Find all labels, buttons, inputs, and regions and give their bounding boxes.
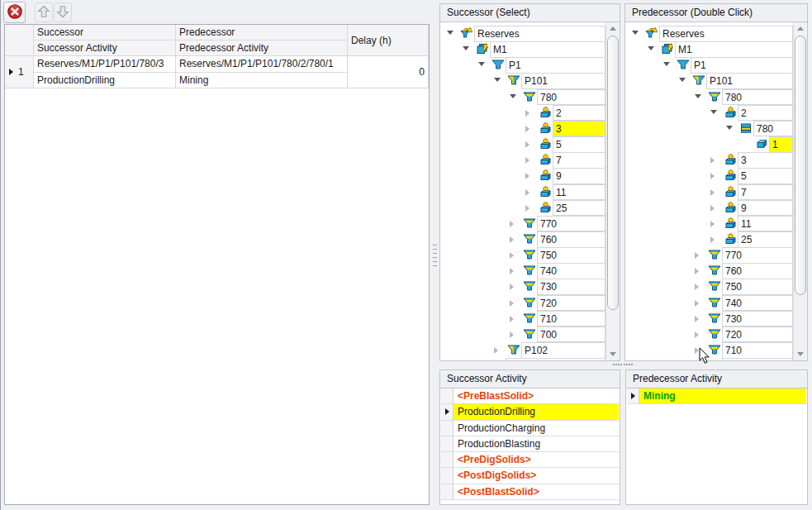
tree-node-25[interactable]: 25 [625, 231, 793, 248]
expander-collapsed-icon[interactable] [695, 284, 699, 290]
activity-label[interactable]: <PreDigSolids> [453, 452, 619, 467]
scrollbar-thumb[interactable] [607, 36, 619, 310]
tree-node-label[interactable]: 760 [722, 263, 793, 279]
tree-node-label[interactable]: P101 [521, 73, 605, 89]
tree-node-label[interactable]: 11 [738, 216, 793, 232]
expander-collapsed-icon[interactable] [510, 268, 514, 274]
tree-node-label[interactable]: 7 [738, 184, 793, 201]
expander-collapsed-icon[interactable] [510, 221, 514, 227]
expander-expanded-icon[interactable] [494, 78, 501, 82]
tree-node-label[interactable]: P101 [706, 73, 793, 89]
tree-node-label[interactable]: 2 [553, 105, 605, 122]
tree-node-P2[interactable]: P2 [440, 358, 605, 360]
tree-node-710[interactable]: 710 [440, 311, 605, 327]
tree-node-label[interactable]: 750 [722, 279, 793, 295]
tree-node-label[interactable]: 1 [769, 136, 793, 153]
tree-node-720[interactable]: 720 [440, 295, 605, 312]
tree-node-label[interactable]: M1 [675, 41, 793, 58]
expander-expanded-icon[interactable] [726, 126, 733, 130]
expander-collapsed-icon[interactable] [525, 173, 529, 179]
tree-node-11[interactable]: 11 [440, 184, 605, 201]
activity-label[interactable]: Mining [639, 388, 806, 403]
tree-node-3[interactable]: 3 [440, 121, 605, 137]
tree-node-7[interactable]: 7 [625, 184, 793, 201]
tree-node-M1[interactable]: M1 [440, 41, 605, 58]
tree-node-label[interactable]: P1 [506, 57, 605, 74]
tree-node-label[interactable]: 750 [537, 247, 605, 264]
expander-collapsed-icon[interactable] [525, 141, 529, 148]
activity-row-PreDigSolids[interactable]: <PreDigSolids> [441, 452, 619, 468]
tree-node-Reserves[interactable]: Reserves [625, 26, 793, 42]
expander-collapsed-icon[interactable] [695, 331, 699, 338]
tree-node-760[interactable]: 760 [625, 263, 793, 279]
tree-node-2[interactable]: 2 [625, 105, 793, 122]
expander-collapsed-icon[interactable] [525, 157, 529, 164]
tree-node-730[interactable]: 730 [625, 311, 793, 327]
tree-node-label[interactable]: 740 [722, 295, 793, 312]
tree-node-label[interactable]: 7 [553, 152, 605, 169]
column-header-successor-activity[interactable]: Successor Activity [34, 41, 176, 56]
cell-successor[interactable]: Reserves/M1/P1/P101/780/3 [34, 56, 176, 73]
column-header-successor[interactable]: Successor [34, 25, 176, 41]
cell-delay[interactable]: 0 [348, 56, 429, 88]
expander-collapsed-icon[interactable] [525, 205, 529, 212]
tree-node-label[interactable]: 730 [537, 279, 605, 295]
tree-node-P101[interactable]: P101 [440, 73, 605, 89]
tree-node-label[interactable]: 25 [553, 200, 605, 217]
expander-expanded-icon[interactable] [648, 46, 654, 50]
tree-node-5[interactable]: 5 [625, 168, 793, 184]
move-up-button[interactable] [35, 2, 53, 22]
activity-row-ProductionBlasting[interactable]: ProductionBlasting [441, 436, 619, 452]
tree-node-720[interactable]: 720 [625, 326, 793, 343]
tree-node-label[interactable]: Reserves [474, 26, 605, 42]
tree-node-25[interactable]: 25 [440, 200, 605, 217]
activity-label[interactable]: <PostBlastSolid> [453, 484, 619, 499]
tree-node-label[interactable]: 700 [722, 358, 793, 360]
tree-node-label[interactable]: 730 [722, 311, 793, 327]
expander-collapsed-icon[interactable] [710, 173, 715, 179]
expander-collapsed-icon[interactable] [710, 157, 715, 164]
activity-label[interactable]: <PreBlastSolid> [453, 388, 619, 403]
tree-node-P1[interactable]: P1 [625, 57, 793, 74]
tree-node-label[interactable]: P1 [691, 57, 793, 74]
tree-node-label[interactable]: P2 [506, 358, 605, 360]
tree-node-2[interactable]: 2 [440, 105, 605, 122]
tree-node-750[interactable]: 750 [625, 279, 793, 295]
scrollbar-vertical[interactable] [793, 22, 807, 360]
scrollbar-vertical[interactable] [605, 22, 620, 360]
cell-successor-activity[interactable]: ProductionDrilling [34, 73, 176, 89]
tree-node-11[interactable]: 11 [625, 216, 793, 232]
cell-predecessor-activity[interactable]: Mining [176, 73, 348, 89]
scroll-down-icon[interactable] [794, 348, 807, 360]
cell-predecessor[interactable]: Reserves/M1/P1/P101/780/2/780/1 [176, 56, 348, 73]
tree-node-750[interactable]: 750 [440, 247, 605, 264]
tree-node-label[interactable]: 780 [722, 89, 793, 106]
tree-node-label[interactable]: 9 [738, 200, 793, 217]
tree-node-label[interactable]: 700 [537, 326, 605, 343]
tree-node-770[interactable]: 770 [625, 247, 793, 264]
column-header-delay[interactable]: Delay (h) [348, 25, 429, 56]
tree-node-label[interactable]: 9 [553, 168, 605, 184]
tree-node-label[interactable]: 5 [738, 168, 793, 184]
activity-label[interactable]: ProductionDrilling [453, 404, 619, 419]
expander-collapsed-icon[interactable] [510, 316, 514, 322]
move-down-button[interactable] [54, 2, 72, 22]
scroll-up-icon[interactable] [794, 22, 807, 35]
expander-collapsed-icon[interactable] [510, 331, 514, 338]
expander-collapsed-icon[interactable] [510, 236, 514, 243]
expander-collapsed-icon[interactable] [510, 284, 514, 290]
expander-expanded-icon[interactable] [710, 110, 717, 114]
activity-row-PostBlastSolid[interactable]: <PostBlastSolid> [441, 484, 619, 500]
tree-node-label[interactable]: 720 [537, 295, 605, 312]
tree-node-label[interactable]: 3 [553, 121, 605, 137]
expander-collapsed-icon[interactable] [710, 189, 715, 196]
expander-expanded-icon[interactable] [663, 62, 670, 66]
tree-node-label[interactable]: 770 [722, 247, 793, 264]
expander-expanded-icon[interactable] [510, 94, 516, 98]
activity-label[interactable]: <PostDigSolids> [453, 468, 619, 483]
tree-node-label[interactable]: 740 [537, 263, 605, 279]
tree-node-P102[interactable]: P102 [440, 342, 605, 359]
tree-node-780[interactable]: 780 [625, 121, 793, 137]
tree-node-760[interactable]: 760 [440, 231, 605, 248]
tree-node-710[interactable]: 710 [625, 342, 793, 359]
